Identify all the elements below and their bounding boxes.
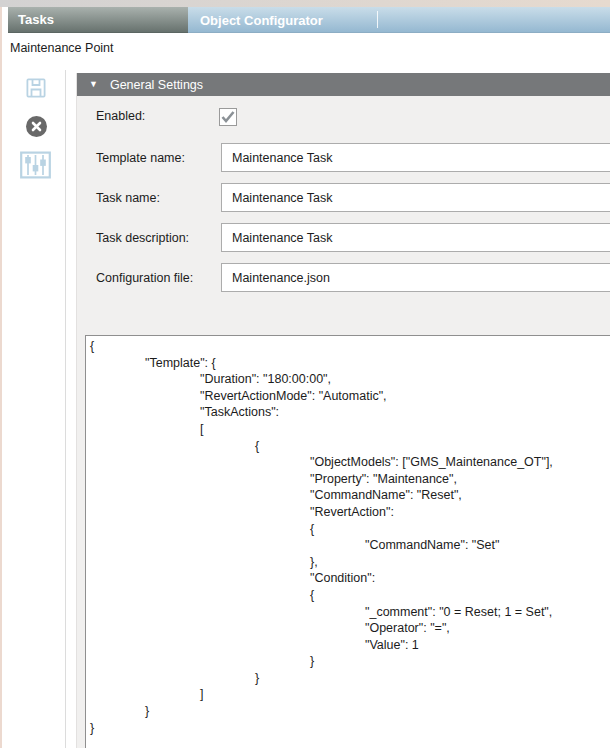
checkmark-icon [221, 111, 235, 123]
sliders-icon [20, 151, 51, 179]
configuration-file-row: Configuration file: [96, 263, 610, 292]
template-name-input[interactable] [221, 143, 610, 172]
tab-object-configurator[interactable]: Object Configurator [188, 7, 377, 33]
cancel-icon [25, 115, 48, 138]
tab-tasks-label: Tasks [18, 12, 54, 27]
general-settings-panel: ▼ General Settings Enabled: Template nam… [76, 73, 610, 748]
configuration-file-input[interactable] [221, 263, 610, 292]
section-title: General Settings [110, 78, 203, 92]
breadcrumb: Maintenance Point [10, 41, 114, 55]
enabled-checkbox[interactable] [219, 108, 237, 126]
tab-bar: Tasks Object Configurator [8, 7, 610, 33]
configuration-json-text: { "Template": { "Duration": "180:00:00",… [90, 338, 607, 736]
task-name-row: Task name: [96, 183, 610, 212]
enabled-row: Enabled: [96, 101, 610, 131]
save-icon [25, 77, 47, 99]
task-description-row: Task description: [96, 223, 610, 252]
tab-separator [377, 11, 378, 28]
enabled-label: Enabled: [96, 109, 145, 123]
task-description-input[interactable] [221, 223, 610, 252]
configuration-json-editor[interactable]: { "Template": { "Duration": "180:00:00",… [85, 335, 610, 748]
toolbar-divider [65, 70, 66, 748]
window-left-edge [0, 7, 2, 748]
general-settings-header[interactable]: ▼ General Settings [77, 73, 610, 96]
tab-tasks[interactable]: Tasks [8, 7, 188, 33]
settings-button[interactable] [20, 151, 51, 179]
app-window: { "tabs": [ { "label": "Tasks", "active"… [0, 0, 610, 748]
collapse-icon: ▼ [89, 80, 98, 89]
task-name-label: Task name: [96, 191, 160, 205]
template-name-label: Template name: [96, 151, 185, 165]
window-top-edge [0, 0, 610, 7]
save-button[interactable] [25, 77, 47, 99]
tab-object-configurator-label: Object Configurator [200, 13, 323, 28]
template-name-row: Template name: [96, 143, 610, 172]
cancel-button[interactable] [25, 115, 48, 138]
task-description-label: Task description: [96, 231, 189, 245]
task-name-input[interactable] [221, 183, 610, 212]
configuration-file-label: Configuration file: [96, 271, 193, 285]
